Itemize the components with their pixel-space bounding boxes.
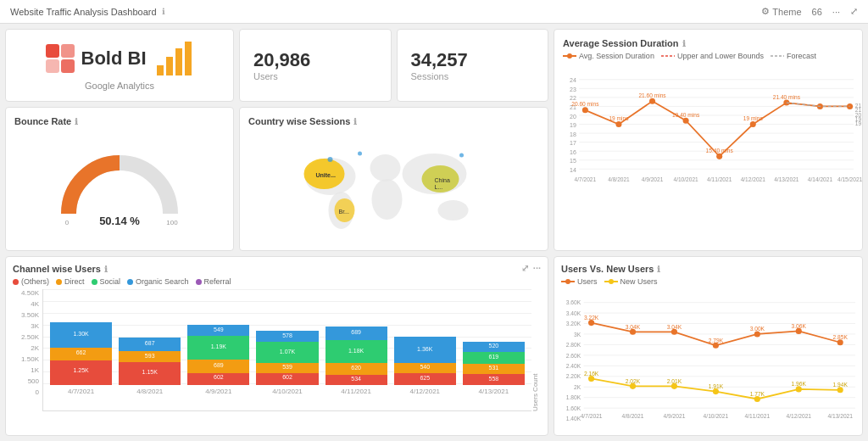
legend-social: Social	[92, 277, 121, 286]
date-label-5: 4/11/2021	[341, 388, 371, 395]
svg-text:3.40K: 3.40K	[566, 310, 581, 316]
svg-text:2.02K: 2.02K	[626, 378, 641, 384]
sessions-stat: 34,257 Sessions	[397, 29, 549, 102]
svg-text:1.40K: 1.40K	[566, 416, 581, 421]
svg-rect-7	[185, 42, 192, 75]
bar-group-7: 558 531 619 520 4/13/2021	[463, 300, 525, 395]
more-options[interactable]: ···	[832, 7, 840, 17]
ga-bars	[155, 40, 196, 77]
svg-text:100: 100	[166, 219, 178, 226]
bar-others-7: 520	[463, 342, 525, 352]
legend-others: (Others)	[13, 277, 49, 286]
y-axis-label: Users Count	[531, 289, 541, 411]
bar-social-3: 602	[187, 373, 249, 385]
svg-point-39	[750, 121, 756, 127]
svg-text:3.06K: 3.06K	[792, 323, 807, 329]
avg-session-info: ℹ	[682, 39, 686, 48]
svg-text:19 mins: 19 mins	[855, 120, 863, 126]
country-sessions-card: Country wise Sessions ℹ Unite... Br...	[239, 107, 548, 251]
svg-text:2K: 2K	[574, 384, 581, 390]
svg-text:4/8/2021: 4/8/2021	[608, 176, 630, 182]
bar-organic-5: 1.18K	[326, 340, 387, 363]
legend-referral: Referral	[196, 277, 231, 286]
date-label-1: 4/7/2021	[68, 388, 94, 395]
svg-text:19.40 mins: 19.40 mins	[672, 112, 700, 118]
svg-point-130	[837, 387, 843, 393]
svg-text:1.91K: 1.91K	[709, 383, 724, 389]
bounds-line-icon	[661, 53, 675, 59]
svg-text:22: 22	[570, 95, 576, 101]
svg-text:4/9/2021: 4/9/2021	[664, 413, 686, 419]
channel-chart-area: 4.50K 4K 3.50K 3K 2.50K 2K 1.50K 1K 500 …	[13, 289, 541, 411]
svg-text:18: 18	[570, 131, 576, 137]
svg-text:2.79K: 2.79K	[709, 338, 724, 343]
svg-text:16: 16	[570, 149, 576, 155]
users-vs-info: ℹ	[657, 265, 660, 274]
avg-session-title: Average Session Duration ℹ	[563, 38, 854, 48]
referral-color	[196, 279, 202, 285]
svg-text:2.01K: 2.01K	[667, 378, 682, 384]
stats-row: 20,986 Users 34,257 Sessions	[239, 29, 548, 102]
svg-text:1.94K: 1.94K	[833, 382, 849, 388]
bar-direct-6: 540	[394, 363, 456, 373]
svg-text:4/13/2021: 4/13/2021	[774, 176, 799, 182]
svg-text:4/12/2021: 4/12/2021	[741, 176, 766, 182]
dashboard: Bold BI Google Analytics 20,986 Users 34…	[0, 24, 868, 441]
bar-others-3: 549	[187, 325, 249, 336]
bar-direct-1: 662	[50, 348, 112, 360]
users-value: 20,986	[253, 49, 377, 71]
bar-social-6: 625	[394, 373, 456, 385]
organic-color	[127, 279, 133, 285]
info-icon: ℹ	[162, 7, 165, 16]
channel-info: ℹ	[104, 265, 108, 274]
bar-organic-3: 1.19K	[187, 336, 249, 360]
bar-direct-4: 539	[256, 363, 318, 373]
avg-session-card: Average Session Duration ℹ Avg. Session …	[554, 29, 863, 251]
legend-forecast: Forecast	[771, 52, 816, 60]
svg-point-115	[796, 328, 802, 334]
users-vs-title: Users Vs. New Users ℹ	[561, 264, 855, 274]
svg-text:4/15/2021: 4/15/2021	[837, 176, 863, 182]
avg-session-chart: 24 23 22 21 20 19 18 17 16 15 14	[563, 64, 854, 229]
bar-stack-6: 625 540 1.36K	[394, 300, 456, 385]
expand-button[interactable]: ⤢	[850, 6, 858, 17]
svg-text:L...: L...	[435, 184, 443, 190]
new-users-line-icon	[604, 278, 618, 285]
date-label-2: 4/8/2021	[136, 388, 163, 395]
theme-button[interactable]: ⚙ Theme	[761, 6, 801, 17]
expand-icon[interactable]: ⤢	[521, 263, 529, 274]
bar-direct-5: 620	[326, 363, 387, 375]
bar-others-1: 1.30K	[50, 322, 112, 348]
svg-text:1.96K: 1.96K	[792, 381, 807, 387]
svg-point-114	[754, 331, 760, 337]
svg-text:15: 15	[570, 158, 576, 164]
bar-group-5: 534 620 1.18K 689 4/11/2021	[326, 300, 387, 395]
bounce-donut-chart: 50.14 % 0 100	[52, 142, 187, 226]
svg-text:4/11/2021: 4/11/2021	[707, 176, 732, 182]
svg-point-127	[713, 388, 719, 394]
svg-point-69	[370, 154, 401, 181]
svg-point-86	[609, 279, 614, 284]
sessions-label: Sessions	[411, 71, 535, 81]
svg-text:3.60K: 3.60K	[566, 299, 581, 305]
svg-rect-4	[157, 65, 164, 75]
date-label-4: 4/10/2021	[272, 388, 303, 395]
top-bar-actions: ⚙ Theme 66 ··· ⤢	[761, 6, 858, 17]
bar-others-6: 1.36K	[394, 337, 456, 363]
bar-others-5: 689	[326, 327, 387, 340]
svg-text:3.20K: 3.20K	[566, 321, 581, 327]
svg-point-81	[358, 152, 362, 156]
bar-social-2: 1.15K	[119, 362, 181, 385]
social-color	[92, 279, 97, 285]
bar-direct-7: 531	[463, 364, 525, 374]
svg-point-82	[459, 154, 464, 158]
more-icon[interactable]: ···	[533, 263, 541, 273]
country-info: ℹ	[353, 117, 357, 126]
bar-social-1: 1.25K	[50, 360, 112, 385]
svg-text:4/8/2021: 4/8/2021	[622, 413, 644, 419]
svg-rect-0	[46, 44, 59, 58]
bounce-rate-title: Bounce Rate ℹ	[14, 116, 225, 126]
svg-text:20: 20	[570, 114, 576, 120]
svg-text:Br...: Br...	[339, 209, 350, 215]
boldbi-icon	[44, 42, 76, 75]
